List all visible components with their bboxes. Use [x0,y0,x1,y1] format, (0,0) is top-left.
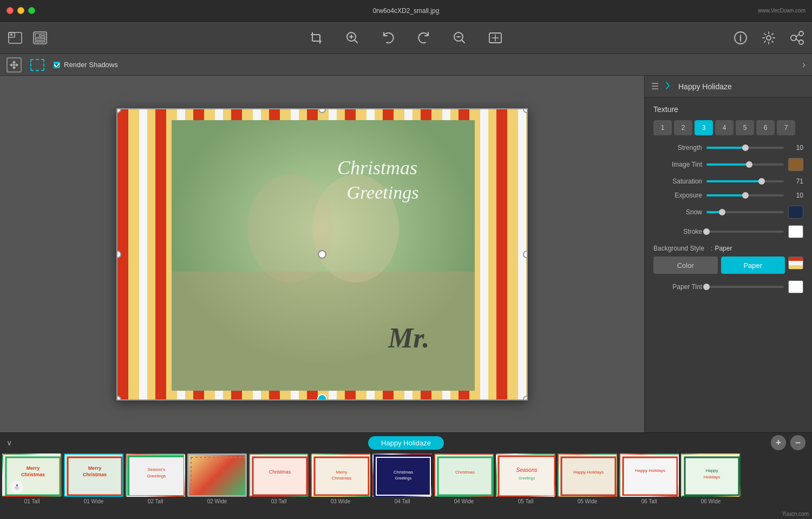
svg-text:Mr.: Mr. [388,323,430,353]
texture-tab-1[interactable]: 1 [653,120,672,135]
move-tool-icon[interactable] [6,57,22,73]
snow-slider[interactable] [706,211,784,213]
exposure-slider[interactable] [706,194,784,196]
thumbnail-image[interactable]: Season's Greetings [126,454,185,497]
rotate-right-icon[interactable] [414,28,434,48]
render-shadows-checkbox[interactable]: Render Shadows [53,61,118,69]
thumbnail-image[interactable]: Merry Christmas ⛄ [2,454,62,497]
image-tint-swatch[interactable] [788,158,803,171]
list-item[interactable]: Happy Holidays 06 Tall [619,454,679,509]
color-button[interactable]: Color [653,257,718,274]
bg-style-value: Paper [715,245,732,252]
texture-tab-7[interactable]: 7 [777,120,795,135]
crop-icon[interactable] [307,28,326,48]
list-icon[interactable]: ☰ [651,81,659,91]
exposure-value: 10 [788,192,803,199]
bg-preview-swatch[interactable] [788,257,803,270]
svg-rect-55 [497,455,555,497]
thumbnail-image[interactable]: Christmas [249,454,309,497]
thumbnail-image[interactable]: Christmas Greetings [372,454,432,497]
list-item[interactable]: Merry Christmas 03 Wide [311,454,370,509]
svg-text:Happy Holidays: Happy Holidays [635,468,665,473]
texture-section-title: Texture [653,105,803,114]
fullscreen-icon[interactable] [486,28,505,48]
stroke-row: Stroke [653,225,803,238]
list-item[interactable]: Happy Holidays 05 Wide [558,454,617,509]
render-shadows-label: Render Shadows [64,61,118,69]
list-item[interactable]: 02 Wide [187,454,247,509]
texture-tab-6[interactable]: 6 [756,120,775,135]
list-item[interactable]: Merry Christmas ⛄ 01 Tall [2,454,62,509]
handle-tr[interactable] [523,108,528,113]
svg-point-16 [799,40,803,44]
thumbnail-strip[interactable]: Merry Christmas ⛄ 01 Tall Merry Christma… [0,452,812,510]
template-name-badge: Happy Holidaze [368,436,444,450]
list-item[interactable]: Merry Christmas 01 Wide [64,454,123,509]
bottom-center-handle[interactable] [317,394,327,400]
thumbnail-image[interactable]: Happy Holidays [558,454,617,497]
add-template-button[interactable]: + [771,435,786,450]
expand-arrow[interactable]: › [802,59,806,70]
strength-slider[interactable] [706,147,784,149]
thumbnail-label: 05 Tall [496,498,555,504]
list-item[interactable]: Christmas Greetings 04 Tall [372,454,432,509]
open-photo-icon[interactable] [5,28,25,48]
thumbnail-label: 06 Tall [619,498,679,504]
card-canvas[interactable]: Christmas Greetings Mr. [116,108,528,400]
texture-tab-4[interactable]: 4 [715,120,734,135]
thumbnail-image[interactable]: Seasons Greetings [496,454,555,497]
template-label-bar: ∨ Happy Holidaze + − [0,433,812,452]
zoom-out-icon[interactable] [450,28,469,48]
remove-template-button[interactable]: − [790,435,806,450]
snow-swatch[interactable] [788,206,803,219]
saturation-value: 71 [788,178,803,185]
texture-tab-5[interactable]: 5 [736,120,754,135]
info-icon[interactable] [731,28,750,48]
handle-br[interactable] [523,396,528,400]
stroke-swatch[interactable] [788,225,803,238]
texture-tab-3[interactable]: 3 [695,120,713,135]
svg-text:Greetings: Greetings [147,474,166,478]
thumbnail-label: 06 Wide [681,498,741,504]
list-item[interactable]: Christmas 03 Tall [249,454,309,509]
thumbnail-image[interactable]: Merry Christmas [64,454,123,497]
svg-text:Greetings: Greetings [347,182,419,202]
main-toolbar [0,22,812,54]
paper-tint-swatch[interactable] [788,280,803,293]
list-item[interactable]: Happy Holidays 06 Wide [681,454,741,509]
maximize-button[interactable] [28,7,35,14]
exposure-row: Exposure 10 [653,192,803,199]
svg-rect-4 [35,34,40,37]
list-item[interactable]: Seasons Greetings 05 Tall [496,454,555,509]
image-tint-slider[interactable] [706,163,784,166]
saturation-row: Saturation 71 [653,178,803,185]
saturation-slider[interactable] [706,180,784,182]
svg-text:Christmas: Christmas [21,472,45,477]
svg-text:Happy Holidays: Happy Holidays [573,470,604,475]
thumbnail-image[interactable]: Happy Holidays [681,454,741,497]
open-template-icon[interactable] [30,28,50,48]
rotate-left-icon[interactable] [378,28,398,48]
thumbnail-image[interactable] [187,454,247,497]
settings-icon[interactable] [759,28,778,48]
center-handle[interactable] [318,250,326,259]
share-icon[interactable] [787,28,807,48]
thumbnail-image[interactable]: Happy Holidays [619,454,679,497]
list-item[interactable]: Season's Greetings 02 Tall [126,454,185,509]
list-item[interactable]: Christmas 04 Wide [434,454,494,509]
close-button[interactable] [6,7,14,14]
paper-button[interactable]: Paper [721,257,785,274]
texture-tab-2[interactable]: 2 [674,120,692,135]
minimize-button[interactable] [17,7,24,14]
selection-tool-icon[interactable] [30,59,44,71]
thumbnail-image[interactable]: Merry Christmas [311,454,370,497]
collapse-chevron[interactable]: ∨ [6,438,12,447]
thumbnail-label: 03 Tall [249,498,309,504]
stroke-slider[interactable] [706,231,784,233]
zoom-in-icon[interactable] [343,28,362,48]
handle-mr[interactable] [523,251,528,258]
svg-rect-48 [374,455,432,497]
svg-rect-41 [250,455,309,497]
paper-tint-slider[interactable] [706,286,784,288]
thumbnail-image[interactable]: Christmas [434,454,494,497]
